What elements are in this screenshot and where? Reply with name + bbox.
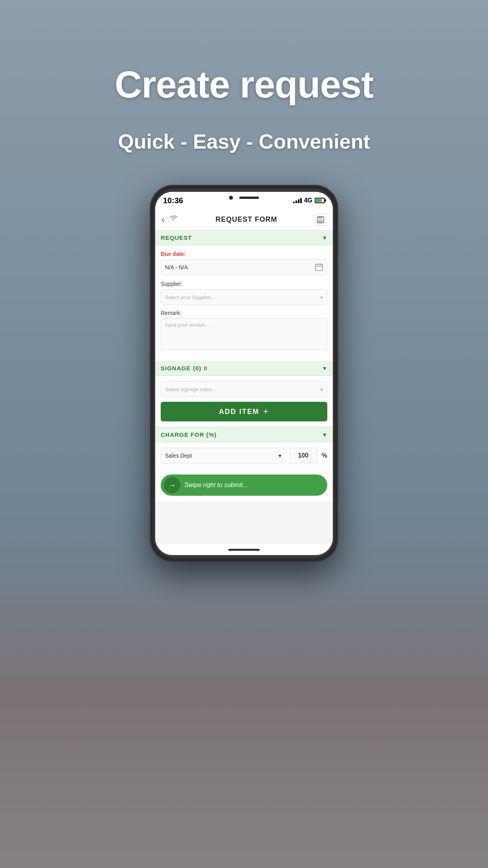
phone-screen: 10:36 4G xyxy=(155,192,333,555)
signage-section-title: SIGNAGE xyxy=(161,365,191,371)
signage-dropdown-icon: ▾ xyxy=(320,386,323,392)
status-right: 4G xyxy=(293,197,325,204)
add-item-button[interactable]: ADD ITEM + xyxy=(161,402,327,421)
request-section-header[interactable]: REQUEST ▼ xyxy=(155,230,333,245)
form-scroll-area[interactable]: REQUEST ▼ Due date: N/A - N/A xyxy=(155,230,333,544)
charge-form-body: Sales Dept ▾ 100 % xyxy=(155,442,333,469)
due-date-label: Due date: xyxy=(161,251,327,257)
remark-textarea[interactable]: Input your remark... xyxy=(161,318,327,350)
page-headline: Create request xyxy=(115,63,373,106)
phone-mockup: 10:36 4G xyxy=(150,185,338,562)
home-bar xyxy=(155,544,333,555)
signage-count-parens: (0) xyxy=(193,365,201,371)
percentage-value: 100 xyxy=(298,452,308,459)
signage-class-select[interactable]: Select signage class... ▾ xyxy=(161,381,327,397)
signage-count-value: 0 xyxy=(204,365,207,371)
arrow-right-icon: → xyxy=(164,477,180,493)
submit-area: → Swipe right to submit... xyxy=(155,469,333,501)
request-section-title: REQUEST xyxy=(161,234,192,241)
svg-rect-2 xyxy=(318,220,323,223)
signage-form-body: Select signage class... ▾ ADD ITEM + xyxy=(155,376,333,427)
department-dropdown-icon: ▾ xyxy=(279,452,281,459)
camera-lens xyxy=(229,196,233,200)
charge-collapse-icon[interactable]: ▼ xyxy=(322,432,327,438)
signal-bars xyxy=(293,198,302,203)
app-header: ‹ REQUEST FORM xyxy=(155,209,333,230)
supplier-placeholder: Select your Supplier... xyxy=(165,294,215,300)
department-value: Sales Dept xyxy=(165,452,192,459)
swipe-label: Swipe right to submit... xyxy=(184,482,248,489)
network-type: 4G xyxy=(304,197,312,204)
signage-section-header[interactable]: SIGNAGE (0) 0 ▼ xyxy=(155,361,333,376)
charge-section-title: CHARGE FOR (%) xyxy=(161,431,216,438)
wifi-icon xyxy=(169,215,178,224)
supplier-select[interactable]: Select your Supplier... ▾ xyxy=(161,289,327,305)
request-form-body: Due date: N/A - N/A xyxy=(155,245,333,361)
signal-bar-3 xyxy=(298,199,299,203)
signage-collapse-icon[interactable]: ▼ xyxy=(322,365,327,371)
back-button[interactable]: ‹ xyxy=(161,214,165,225)
signal-bar-1 xyxy=(293,202,295,203)
svg-rect-3 xyxy=(316,264,323,270)
signal-bar-4 xyxy=(300,198,302,203)
percent-symbol: % xyxy=(322,452,327,459)
speaker-grille xyxy=(239,197,259,199)
battery-indicator xyxy=(315,198,325,203)
save-button[interactable] xyxy=(315,214,327,226)
remark-placeholder: Input your remark... xyxy=(165,322,209,328)
supplier-label: Supplier: xyxy=(161,281,327,287)
content-layer: Create request Quick - Easy - Convenient… xyxy=(0,0,488,868)
plus-icon: + xyxy=(263,406,269,417)
page-subheadline: Quick - Easy - Convenient xyxy=(118,130,370,153)
due-date-field[interactable]: N/A - N/A xyxy=(161,259,327,275)
request-collapse-icon[interactable]: ▼ xyxy=(322,235,327,241)
phone-outer-shell: 10:36 4G xyxy=(150,185,338,562)
status-bar: 10:36 4G xyxy=(155,192,333,209)
form-title: REQUEST FORM xyxy=(215,215,277,224)
signal-bar-2 xyxy=(295,200,297,203)
swipe-submit-button[interactable]: → Swipe right to submit... xyxy=(161,474,327,496)
signage-class-placeholder: Select signage class... xyxy=(165,386,216,392)
percentage-input[interactable]: 100 xyxy=(290,448,317,463)
battery-fill xyxy=(316,199,322,202)
department-select[interactable]: Sales Dept ▾ xyxy=(161,448,286,463)
svg-rect-1 xyxy=(319,217,322,219)
remark-label: Remark: xyxy=(161,310,327,316)
add-item-label: ADD ITEM xyxy=(219,408,259,416)
calendar-icon[interactable] xyxy=(315,263,323,272)
due-date-value: N/A - N/A xyxy=(165,264,188,270)
home-indicator xyxy=(228,549,260,551)
supplier-dropdown-icon: ▾ xyxy=(320,294,323,300)
status-time: 10:36 xyxy=(163,196,183,205)
charge-section-header[interactable]: CHARGE FOR (%) ▼ xyxy=(155,427,333,442)
camera-notch xyxy=(229,196,259,200)
